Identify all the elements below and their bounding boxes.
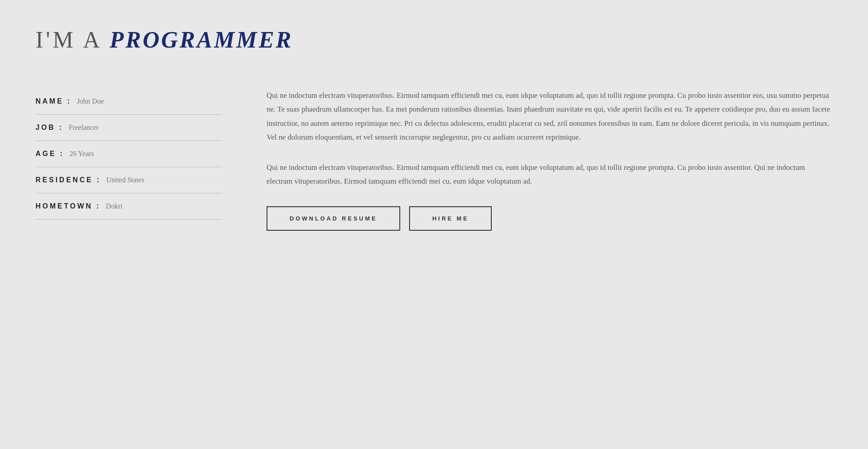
age-value: 26 Years <box>69 150 94 157</box>
job-value: Freelancer <box>69 124 99 131</box>
info-job: JOB : Freelancer <box>36 115 222 141</box>
hometown-label: HOMETOWN : <box>36 202 100 210</box>
page-container: I'M A PROGRAMMER NAME : John Doe JOB : F… <box>36 27 832 231</box>
info-age: AGE : 26 Years <box>36 141 222 167</box>
age-label: AGE : <box>36 150 64 157</box>
info-name: NAME : John Doe <box>36 88 222 115</box>
job-label: JOB : <box>36 124 64 131</box>
right-panel: Qui ne indoctum electram vituperatoribus… <box>267 88 832 231</box>
info-residence: RESIDENCE : United States <box>36 167 222 193</box>
residence-value: United States <box>106 176 144 184</box>
bio-paragraph-1: Qui ne indoctum electram vituperatoribus… <box>267 88 832 144</box>
name-value: John Doe <box>77 97 104 105</box>
bio-paragraph-2: Qui ne indoctum electram vituperatoribus… <box>267 160 832 188</box>
hire-me-button[interactable]: HIRE ME <box>409 206 492 231</box>
content-row: NAME : John Doe JOB : Freelancer AGE : 2… <box>36 88 832 231</box>
residence-label: RESIDENCE : <box>36 176 101 184</box>
page-headline: I'M A PROGRAMMER <box>36 27 832 53</box>
headline-highlight: PROGRAMMER <box>110 27 293 52</box>
left-panel: NAME : John Doe JOB : Freelancer AGE : 2… <box>36 88 222 220</box>
buttons-row: DOWNLOAD RESUME HIRE ME <box>267 206 832 231</box>
info-hometown: HOMETOWN : Dokri <box>36 193 222 220</box>
name-label: NAME : <box>36 97 72 105</box>
download-resume-button[interactable]: DOWNLOAD RESUME <box>267 206 400 231</box>
hometown-value: Dokri <box>106 202 122 210</box>
headline-prefix: I'M A <box>36 27 110 52</box>
